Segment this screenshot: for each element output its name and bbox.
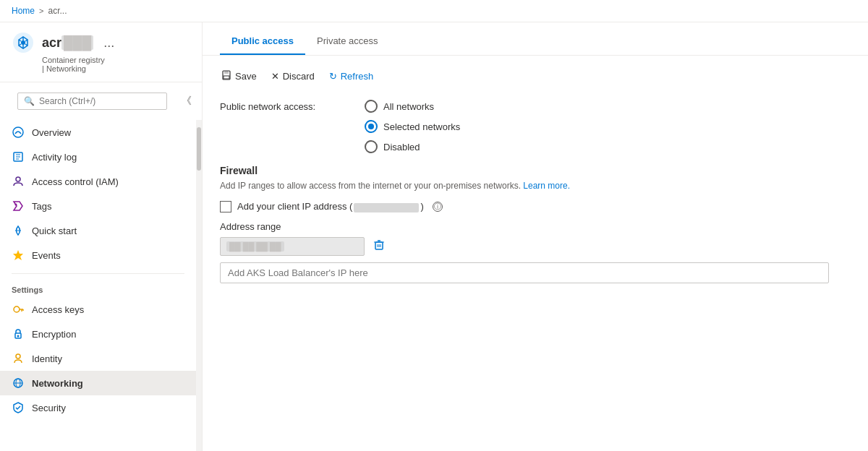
sidebar-item-label: Security [32, 403, 66, 413]
sidebar-item-access-control[interactable]: Access control (IAM) [0, 169, 196, 194]
client-ip-label: Add your client IP address () [237, 201, 424, 212]
info-icon[interactable]: ⓘ [433, 202, 443, 212]
quickstart-icon [12, 224, 25, 237]
tab-private-access[interactable]: Private access [305, 28, 390, 55]
breadcrumb: Home > acr... [0, 0, 868, 22]
sidebar-item-label: Access control (IAM) [32, 176, 119, 187]
public-network-access-label: Public network access: [220, 100, 365, 112]
sidebar: acr███ ... Container registry | Networki… [0, 22, 203, 451]
overview-icon [12, 126, 25, 139]
sidebar-item-tags[interactable]: Tags [0, 194, 196, 218]
breadcrumb-separator: > [39, 7, 43, 15]
radio-label-all: All networks [383, 101, 434, 112]
more-options-button[interactable]: ... [103, 35, 114, 51]
radio-disabled[interactable]: Disabled [365, 140, 851, 153]
settings-section-label: Settings [0, 280, 196, 297]
discard-button[interactable]: ✕ Discard [270, 68, 316, 85]
svg-point-1 [21, 40, 25, 45]
save-button[interactable]: Save [220, 67, 258, 85]
sidebar-nav-area: Overview Activity log Access control (IA… [0, 120, 202, 451]
svg-point-13 [16, 177, 20, 181]
sidebar-item-label: Encryption [32, 329, 76, 340]
sidebar-item-encryption[interactable]: Encryption [0, 322, 196, 346]
sidebar-item-label: Events [32, 250, 61, 261]
svg-point-15 [15, 204, 17, 206]
sidebar-item-label: Identity [32, 353, 62, 364]
resource-type: Container registry [42, 56, 190, 64]
svg-marker-14 [14, 202, 22, 210]
events-icon [12, 249, 25, 262]
svg-rect-29 [224, 71, 229, 74]
sidebar-item-label: Overview [32, 127, 71, 138]
sidebar-item-networking[interactable]: Networking [0, 371, 196, 395]
toolbar: Save ✕ Discard ↻ Refresh [220, 67, 851, 85]
public-network-access-field: Public network access: All networks Sele… [220, 100, 851, 153]
breadcrumb-home[interactable]: Home [12, 6, 35, 16]
tabs-container: Public access Private access [203, 28, 868, 56]
sidebar-item-label: Access keys [32, 304, 84, 315]
radio-label-selected: Selected networks [383, 121, 460, 132]
sidebar-item-label: Networking [32, 378, 83, 389]
search-container: 🔍 [17, 93, 167, 110]
collapse-sidebar-button[interactable]: 《 [180, 93, 193, 109]
save-icon [221, 70, 231, 82]
activity-log-icon [12, 150, 25, 163]
sidebar-item-label: Quick start [32, 226, 77, 236]
svg-rect-30 [224, 76, 229, 79]
discard-icon: ✕ [271, 71, 279, 82]
security-icon [12, 401, 25, 414]
search-icon: 🔍 [24, 96, 35, 106]
network-access-options: All networks Selected networks Disabled [365, 100, 851, 153]
client-ip-checkbox-row: Add your client IP address () ⓘ [220, 201, 851, 212]
sidebar-scrollbar[interactable] [196, 120, 202, 451]
address-range-label: Address range [220, 221, 851, 232]
aks-ip-input[interactable] [220, 262, 829, 283]
tab-public-access[interactable]: Public access [220, 28, 305, 55]
encryption-icon [12, 327, 25, 340]
radio-label-disabled: Disabled [383, 142, 420, 153]
learn-more-link[interactable]: Learn more. [523, 181, 570, 191]
sidebar-item-security[interactable]: Security [0, 395, 196, 420]
sidebar-item-label: Activity log [32, 152, 77, 163]
sidebar-item-quick-start[interactable]: Quick start [0, 218, 196, 243]
sidebar-item-identity[interactable]: Identity [0, 346, 196, 371]
iam-icon [12, 175, 25, 188]
sidebar-item-access-keys[interactable]: Access keys [0, 297, 196, 322]
firewall-section: Firewall Add IP ranges to allow access f… [220, 165, 851, 283]
main-content: Public access Private access Save ✕ Disc… [203, 22, 868, 451]
search-input[interactable] [39, 96, 161, 106]
svg-point-8 [13, 127, 23, 137]
resource-header: acr███ ... Container registry | Networki… [0, 22, 202, 82]
sidebar-scrollbar-thumb[interactable] [197, 127, 201, 171]
radio-circle-disabled [365, 140, 378, 153]
refresh-button[interactable]: ↻ Refresh [328, 68, 375, 85]
nav-divider [12, 273, 184, 274]
radio-all-networks[interactable]: All networks [365, 100, 851, 113]
identity-icon [12, 352, 25, 365]
firewall-description: Add IP ranges to allow access from the i… [220, 181, 851, 191]
sidebar-item-activity-log[interactable]: Activity log [0, 145, 196, 169]
svg-marker-17 [13, 250, 23, 260]
sidebar-item-events[interactable]: Events [0, 243, 196, 267]
address-input-row: ██ ██ ██ ██ [220, 236, 851, 257]
breadcrumb-current: acr... [48, 6, 67, 16]
radio-circle-selected [365, 120, 378, 133]
address-blurred-value: ██ ██ ██ ██ [220, 237, 365, 256]
svg-point-23 [17, 335, 20, 338]
networking-icon [12, 377, 25, 390]
svg-point-24 [16, 354, 20, 358]
radio-selected-networks[interactable]: Selected networks [365, 120, 851, 133]
sidebar-item-label: Tags [32, 201, 51, 212]
tags-icon [12, 199, 25, 212]
firewall-title: Firewall [220, 165, 851, 176]
radio-circle-all [365, 100, 378, 113]
resource-name: acr███ [42, 35, 93, 51]
refresh-icon: ↻ [329, 71, 337, 82]
client-ip-checkbox[interactable] [220, 201, 231, 212]
svg-point-18 [14, 306, 20, 312]
delete-address-button[interactable] [370, 236, 388, 257]
sidebar-item-overview[interactable]: Overview [0, 120, 196, 145]
content-area: Save ✕ Discard ↻ Refresh Public network … [203, 56, 868, 451]
resource-icon [12, 31, 35, 54]
access-keys-icon [12, 303, 25, 316]
